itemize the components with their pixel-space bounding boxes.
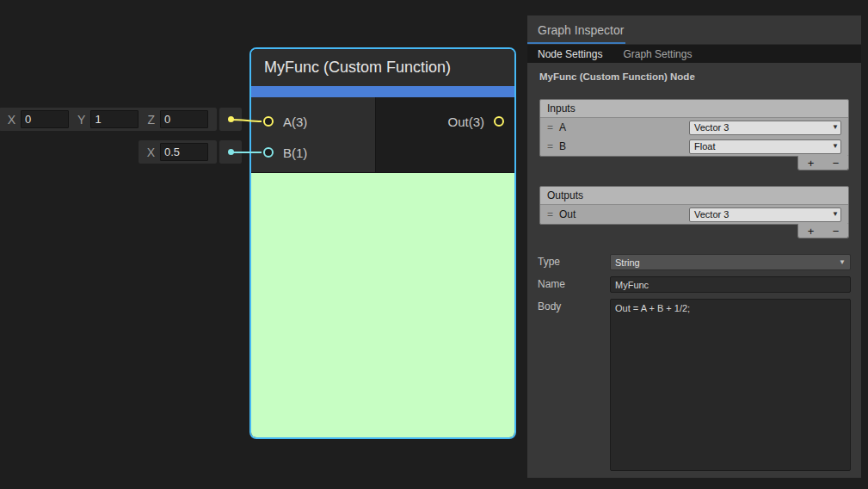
port-out-connector-icon[interactable] [494, 116, 504, 127]
graph-inspector-panel: Graph Inspector Node Settings Graph Sett… [527, 15, 861, 478]
body-field[interactable]: Out = A + B + 1/2; [610, 299, 851, 471]
vector3-z-field[interactable] [160, 110, 208, 128]
port-b-connector-icon[interactable] [263, 147, 274, 158]
output-row-name: Out [559, 208, 689, 220]
node-preview [251, 173, 514, 437]
inputs-list: Inputs = A Vector 3 ▼ = B Float ▼ [539, 99, 849, 157]
vector3-input-widget: X Y Z [0, 108, 242, 131]
chevron-down-icon: ▼ [839, 259, 846, 266]
output-port-out: Out(3) [376, 106, 514, 137]
vector3-y-field[interactable] [90, 110, 139, 128]
dropdown-value: String [615, 257, 640, 268]
inspector-tab-strip: Node Settings Graph Settings [527, 45, 861, 63]
node-color-bar [251, 86, 514, 97]
type-label: Type [538, 254, 610, 268]
section-gap [538, 170, 851, 186]
port-out-label: Out(3) [447, 115, 484, 129]
inputs-list-header: Inputs [540, 100, 848, 118]
body-label: Body [538, 299, 610, 313]
float-widget-bar: X [139, 140, 217, 164]
chevron-down-icon: ▼ [832, 143, 839, 150]
dropdown-value: Vector 3 [694, 122, 729, 133]
function-properties: Type String ▼ Name Body Out = A + B + 1/… [538, 254, 851, 471]
tab-graph-settings[interactable]: Graph Settings [623, 48, 692, 60]
add-output-button[interactable]: + [808, 226, 815, 237]
dropdown-value: Vector 3 [694, 209, 729, 220]
vector3-x-group: X [8, 110, 69, 128]
chevron-down-icon: ▼ [832, 211, 839, 218]
list-item[interactable]: = B Float ▼ [540, 137, 848, 156]
inspector-titlebar[interactable]: Graph Inspector [527, 15, 861, 45]
outputs-list-footer: + − [797, 224, 849, 238]
port-b-label: B(1) [283, 145, 307, 160]
node-port-area: A(3) B(1) Out(3) [251, 97, 514, 173]
list-item[interactable]: = Out Vector 3 ▼ [540, 205, 848, 224]
port-a-connector-icon[interactable] [263, 116, 274, 127]
node-input-ports: A(3) B(1) [251, 97, 376, 172]
float-input-widget: X [139, 140, 242, 164]
input-port-a: A(3) [251, 106, 375, 137]
node-title[interactable]: MyFunc (Custom Function) [251, 49, 514, 86]
float-x-field[interactable] [160, 143, 208, 161]
name-row: Name [538, 276, 851, 293]
drag-handle-icon[interactable]: = [547, 140, 559, 152]
input-row-name: B [559, 140, 689, 152]
add-input-button[interactable]: + [808, 158, 815, 169]
drag-handle-icon[interactable]: = [547, 121, 559, 133]
outputs-list-header: Outputs [540, 187, 848, 205]
input-row-name: A [559, 121, 689, 133]
y-label: Y [77, 113, 85, 127]
remove-input-button[interactable]: − [833, 158, 840, 169]
tab-node-settings[interactable]: Node Settings [538, 48, 602, 60]
x-label: X [147, 145, 155, 159]
vector3-y-group: Y [77, 110, 139, 128]
inputs-list-footer: + − [797, 156, 849, 170]
type-dropdown[interactable]: String ▼ [610, 254, 851, 270]
name-field[interactable] [610, 276, 851, 293]
output-out-type-dropdown[interactable]: Vector 3 ▼ [689, 207, 841, 222]
port-a-label: A(3) [283, 115, 307, 129]
vector3-x-field[interactable] [21, 110, 69, 128]
type-row: Type String ▼ [538, 254, 851, 270]
vector3-z-group: Z [147, 110, 208, 128]
vector3-widget-bar: X Y Z [0, 108, 217, 131]
list-item[interactable]: = A Vector 3 ▼ [540, 118, 848, 137]
input-b-type-dropdown[interactable]: Float ▼ [689, 139, 841, 154]
float-x-group: X [147, 143, 208, 161]
x-label: X [8, 113, 15, 127]
remove-output-button[interactable]: − [833, 226, 840, 237]
body-row: Body Out = A + B + 1/2; [538, 299, 851, 471]
input-port-b: B(1) [251, 137, 375, 168]
custom-function-node[interactable]: MyFunc (Custom Function) A(3) B(1) Out(3… [249, 47, 516, 439]
node-settings-heading: MyFunc (Custom Function) Node [539, 71, 851, 82]
input-a-type-dropdown[interactable]: Vector 3 ▼ [689, 121, 841, 135]
outputs-list: Outputs = Out Vector 3 ▼ [539, 186, 849, 225]
z-label: Z [147, 113, 155, 127]
inspector-title: Graph Inspector [538, 23, 624, 37]
node-output-ports: Out(3) [376, 97, 514, 172]
name-label: Name [538, 276, 610, 290]
chevron-down-icon: ▼ [832, 124, 839, 131]
dropdown-value: Float [694, 141, 715, 152]
drag-handle-icon[interactable]: = [547, 208, 559, 220]
inspector-title-underline [527, 42, 625, 44]
inspector-content: MyFunc (Custom Function) Node Inputs = A… [527, 63, 861, 471]
